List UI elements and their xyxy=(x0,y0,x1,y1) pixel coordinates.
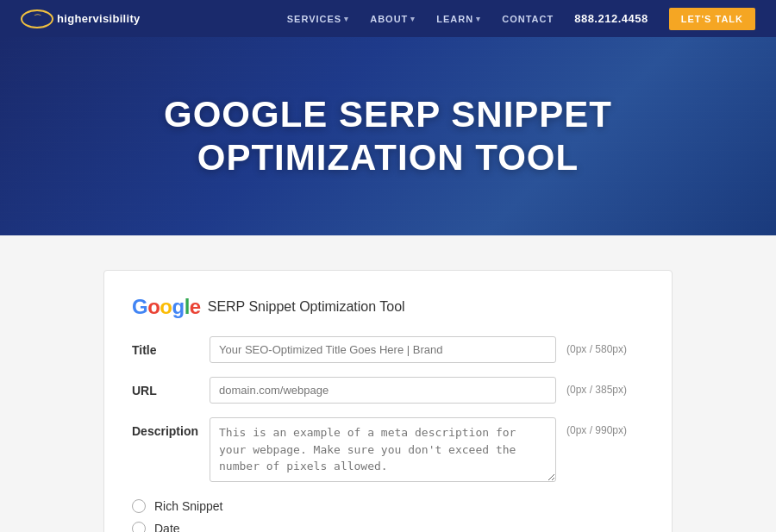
rich-snippet-row: Rich Snippet xyxy=(132,499,644,513)
url-input[interactable] xyxy=(210,377,556,404)
description-label: Description xyxy=(132,417,210,438)
rich-snippet-label: Rich Snippet xyxy=(154,499,222,513)
date-radio[interactable] xyxy=(132,522,146,532)
url-label: URL xyxy=(132,377,210,397)
description-field-row: Description (0px / 990px) xyxy=(132,417,644,485)
nav-learn[interactable]: LEARN ▾ xyxy=(436,14,481,24)
navigation: ⌒ highervisibility SERVICES ▾ ABOUT ▾ LE… xyxy=(0,0,776,37)
description-input-wrap xyxy=(210,417,556,485)
date-row: Date xyxy=(132,522,644,532)
description-input[interactable] xyxy=(210,417,556,482)
nav-contact[interactable]: CONTACT xyxy=(502,14,554,24)
tool-subtitle: SERP Snippet Optimization Tool xyxy=(208,299,405,315)
logo-oval: ⌒ xyxy=(21,9,53,28)
title-pixel-count: (0px / 580px) xyxy=(566,336,644,355)
url-field-row: URL (0px / 385px) xyxy=(132,377,644,404)
date-label: Date xyxy=(154,522,180,532)
chevron-down-icon: ▾ xyxy=(344,15,349,23)
title-input-wrap xyxy=(210,336,556,363)
title-input[interactable] xyxy=(210,336,556,363)
nav-services[interactable]: SERVICES ▾ xyxy=(287,14,349,24)
nav-about[interactable]: ABOUT ▾ xyxy=(370,14,416,24)
tool-section: Google SERP Snippet Optimization Tool Ti… xyxy=(0,235,776,532)
lets-talk-button[interactable]: LET'S TALK xyxy=(669,8,755,30)
rich-snippet-radio[interactable] xyxy=(132,499,146,513)
logo-text: highervisibility xyxy=(57,12,141,25)
title-label: Title xyxy=(132,336,210,357)
nav-links: SERVICES ▾ ABOUT ▾ LEARN ▾ CONTACT 888.2… xyxy=(287,8,755,30)
title-field-row: Title (0px / 580px) xyxy=(132,336,644,363)
hero-section: GOOGLE SERP SNIPPET OPTIMIZATION TOOL xyxy=(0,37,776,235)
nav-phone[interactable]: 888.212.4458 xyxy=(574,12,648,25)
hero-title: GOOGLE SERP SNIPPET OPTIMIZATION TOOL xyxy=(164,93,612,180)
url-input-wrap xyxy=(210,377,556,404)
tool-header: Google SERP Snippet Optimization Tool xyxy=(132,295,644,319)
logo[interactable]: ⌒ highervisibility xyxy=(21,9,141,28)
description-pixel-count: (0px / 990px) xyxy=(566,417,644,436)
url-pixel-count: (0px / 385px) xyxy=(566,377,644,396)
tool-card: Google SERP Snippet Optimization Tool Ti… xyxy=(103,270,673,532)
chevron-down-icon: ▾ xyxy=(476,15,481,23)
google-logo: Google xyxy=(132,295,201,319)
chevron-down-icon: ▾ xyxy=(410,15,416,23)
logo-icon: ⌒ xyxy=(34,13,41,24)
